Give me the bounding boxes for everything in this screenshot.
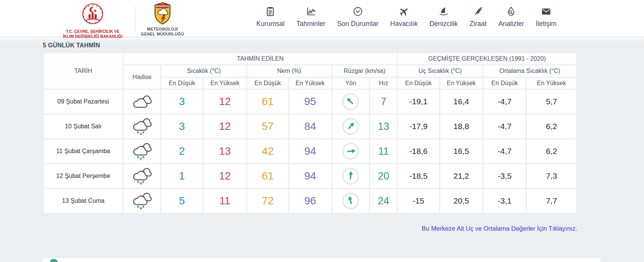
avg-min-cell: -4,7 xyxy=(483,115,526,138)
date-cell: 11 Şubat Çarşamba xyxy=(44,139,122,163)
temp-max-cell: 12 xyxy=(204,115,246,138)
column-header-wind-speed: Hız xyxy=(370,78,397,89)
ext-min-cell: -15 xyxy=(398,189,439,213)
column-header-wind: Rüzgar (km/sa) xyxy=(332,65,397,77)
weather-icon xyxy=(124,117,160,136)
column-header-hum-min: En Düşük xyxy=(247,78,288,89)
hum-max-cell: 94 xyxy=(289,139,331,163)
avg-min-cell: -4,7 xyxy=(483,90,526,113)
hum-max-cell: 94 xyxy=(289,164,331,188)
wind-speed-cell: 24 xyxy=(370,189,397,213)
avg-min-cell: -4,7 xyxy=(483,139,526,163)
nav-label: Kurumsal xyxy=(256,20,285,28)
extremes-link[interactable]: Bu Merkeze Ait Uç ve Ortalama Değerler İ… xyxy=(43,225,577,232)
svg-text:METEOROLOJİ: METEOROLOJİ xyxy=(155,5,170,7)
forecast-table: TARİH TAHMİN EDİLEN GEÇMİŞTE GERÇEKLEŞEN… xyxy=(43,52,577,214)
ministry-name-line2: İKLİM DEĞİŞİKLİĞİ BAKANLIĞI xyxy=(53,34,133,39)
temp-min-cell: 2 xyxy=(161,139,203,163)
ext-max-cell: 20,5 xyxy=(440,189,483,213)
date-cell: 13 Şubat Cuma xyxy=(44,189,122,213)
wind-direction-icon xyxy=(332,92,369,111)
bottom-panel xyxy=(43,258,601,262)
ministry-logo[interactable]: T.C. ÇEVRE, ŞEHİRCİLİK VE İKLİM DEĞİŞİKL… xyxy=(53,2,133,39)
column-header-humidity: Nem (%) xyxy=(247,65,331,77)
date-cell: 09 Şubat Pazartesi xyxy=(44,90,122,113)
weather-icon xyxy=(124,93,160,110)
nav-label: Analizler xyxy=(498,20,524,28)
column-header-ext-max: En Yüksek xyxy=(440,78,483,89)
mgm-logo[interactable]: METEOROLOJİ METEOROLOJİ GENEL MÜDÜRLÜĞÜ xyxy=(140,2,185,37)
sailboat-icon xyxy=(439,6,449,17)
mgm-name-line1: METEOROLOJİ xyxy=(140,27,185,32)
column-header-extreme-temp: Uç Sıcaklık (°C) xyxy=(398,65,482,77)
nav-item-denizcilik[interactable]: Denizcilik xyxy=(430,6,458,28)
wind-direction-icon xyxy=(332,117,369,136)
wind-speed-cell: 20 xyxy=(370,164,397,188)
column-header-date: TARİH xyxy=(44,53,122,89)
group-header-historical: GEÇMİŞTE GERÇEKLEŞEN (1991 - 2020) xyxy=(398,53,576,64)
wind-direction-icon xyxy=(332,167,369,186)
group-header-forecast: TAHMİN EDİLEN xyxy=(124,53,397,64)
column-header-avg-min: En Düşük xyxy=(483,78,526,89)
temp-max-cell: 12 xyxy=(204,164,246,188)
column-header-ext-min: En Düşük xyxy=(398,78,439,89)
temp-max-cell: 12 xyxy=(204,90,246,113)
column-header-temp-max: En Yüksek xyxy=(204,78,246,89)
table-row: 09 Şubat Pazartesi 3 12 61 95 7 -19,1 16… xyxy=(44,90,576,113)
hum-min-cell: 61 xyxy=(247,164,288,188)
top-header-bar: T.C. ÇEVRE, ŞEHİRCİLİK VE İKLİM DEĞİŞİKL… xyxy=(0,0,644,37)
avg-max-cell: 7,7 xyxy=(527,189,576,213)
wind-direction-icon xyxy=(332,191,369,210)
wind-speed-cell: 7 xyxy=(370,90,397,113)
ext-min-cell: -17,9 xyxy=(398,115,439,138)
ministry-emblem-icon xyxy=(77,2,108,27)
weather-icon xyxy=(124,191,160,210)
wind-speed-cell: 13 xyxy=(370,115,397,138)
temp-min-cell: 3 xyxy=(161,90,203,113)
chart-icon xyxy=(306,6,316,17)
nav-item-son-durumlar[interactable]: Son Durumlar xyxy=(337,6,378,28)
date-cell: 12 Şubat Perşembe xyxy=(44,164,122,188)
clipboard-icon xyxy=(266,6,275,17)
column-header-hum-max: En Yüksek xyxy=(289,78,331,89)
hum-min-cell: 72 xyxy=(247,189,288,213)
nav-label: Denizcilik xyxy=(430,20,458,28)
hum-min-cell: 61 xyxy=(247,90,288,113)
mgm-shield-icon: METEOROLOJİ xyxy=(153,2,172,25)
envelope-icon xyxy=(541,6,551,17)
nav-item-havacilik[interactable]: Havacılık xyxy=(390,6,418,28)
nav-item-ziraat[interactable]: Ziraat xyxy=(470,6,487,28)
nav-item-iletisim[interactable]: İletişim xyxy=(536,6,557,28)
hum-max-cell: 84 xyxy=(289,115,331,138)
table-row: 12 Şubat Perşembe 1 12 61 94 20 -18,5 21… xyxy=(44,164,576,188)
ext-max-cell: 16,4 xyxy=(440,90,483,113)
nav-label: Tahminler xyxy=(296,20,325,28)
avg-max-cell: 5,7 xyxy=(527,90,576,113)
temp-min-cell: 1 xyxy=(161,164,203,188)
hum-max-cell: 95 xyxy=(289,90,331,113)
nav-label: İletişim xyxy=(536,20,557,28)
temp-max-cell: 13 xyxy=(204,139,246,163)
ministry-name-line1: T.C. ÇEVRE, ŞEHİRCİLİK VE xyxy=(53,29,133,34)
nav-label: Havacılık xyxy=(390,20,418,28)
temp-min-cell: 5 xyxy=(161,189,203,213)
ext-max-cell: 16,5 xyxy=(440,139,483,163)
avg-max-cell: 7,3 xyxy=(527,164,576,188)
column-header-avg-temp: Ortalama Sıcaklık (°C) xyxy=(483,65,576,77)
nav-label: Ziraat xyxy=(470,20,487,28)
nav-item-kurumsal[interactable]: Kurumsal xyxy=(256,6,285,28)
date-cell: 10 Şubat Salı xyxy=(44,115,122,138)
table-row: 10 Şubat Salı 3 12 57 84 13 -17,9 18,8 -… xyxy=(44,115,576,138)
map-marker-icon xyxy=(50,259,58,262)
nav-item-analizler[interactable]: Analizler xyxy=(498,6,524,28)
column-header-event: Hadise xyxy=(124,65,160,89)
avg-max-cell: 6,2 xyxy=(527,139,576,163)
page-title: 5 GÜNLÜK TAHMİN xyxy=(43,42,100,49)
main-nav: Kurumsal Tahminler xyxy=(256,6,557,28)
hum-max-cell: 96 xyxy=(289,189,331,213)
column-header-avg-max: En Yüksek xyxy=(527,78,576,89)
nav-item-tahminler[interactable]: Tahminler xyxy=(296,6,325,28)
ext-max-cell: 18,8 xyxy=(440,115,483,138)
weather-icon xyxy=(124,167,160,186)
wheat-icon xyxy=(473,6,483,17)
